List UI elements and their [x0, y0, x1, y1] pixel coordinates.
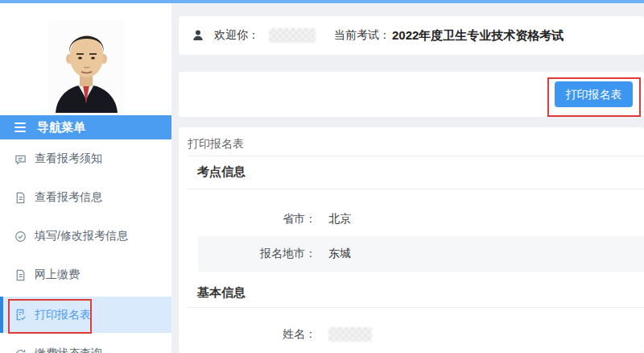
redacted-name-value: [328, 327, 372, 342]
hamburger-icon: [14, 123, 26, 132]
form-row-city: 报名地市： 东城: [198, 236, 644, 272]
sidebar-item-label: 打印报名表: [35, 308, 91, 322]
sidebar-item-label: 填写/修改报考信息: [35, 229, 128, 243]
field-value: 东城: [328, 247, 351, 261]
sidebar-item-label: 查看报考信息: [35, 190, 102, 205]
print-form-panel: 打印报名表 考点信息 省市： 北京 报名地市： 东城 基本信息 姓名：: [179, 127, 644, 353]
nav-menu-header: 导航菜单: [0, 115, 171, 139]
divider: [188, 156, 644, 156]
form-row-province: 省市： 北京: [198, 202, 644, 236]
field-value: 北京: [328, 212, 351, 226]
refresh-icon: [14, 348, 27, 353]
sidebar-item-exam-notice[interactable]: 查看报考须知: [0, 147, 171, 171]
selected-item-indicator-bar: [0, 297, 3, 333]
divider: [188, 307, 644, 308]
top-accent-strip: [0, 0, 644, 3]
print-form-button[interactable]: 打印报名表: [555, 81, 633, 107]
sidebar-item-online-payment[interactable]: 网上缴费: [0, 263, 171, 287]
document-icon: [14, 192, 27, 204]
section-title-exam-site: 考点信息: [197, 164, 246, 180]
form-row-name: 姓名：: [198, 318, 644, 351]
sidebar-item-label: 缴费状态查询: [35, 347, 102, 353]
main-content: 欢迎你： 当前考试： 2022年度卫生专业技术资格考试 打印报名表 打印报名表 …: [171, 3, 644, 353]
comment-icon: [14, 153, 27, 165]
welcome-label: 欢迎你：: [214, 28, 259, 43]
sidebar-item-fill-modify-info[interactable]: 填写/修改报考信息: [0, 224, 171, 248]
panel-title: 打印报名表: [188, 137, 244, 152]
sidebar-item-print-form[interactable]: 打印报名表: [0, 297, 171, 333]
redacted-user-name: [269, 28, 316, 43]
field-label: 省市：: [198, 212, 316, 226]
document-check-icon: [14, 309, 27, 321]
divider: [188, 189, 644, 189]
sidebar-item-label: 网上缴费: [35, 268, 80, 282]
action-bar: 打印报名表: [179, 72, 644, 117]
applicant-photo: [48, 20, 125, 113]
sidebar-item-exam-info[interactable]: 查看报考信息: [0, 185, 171, 210]
field-label: 姓名：: [198, 327, 316, 342]
sidebar-item-payment-status[interactable]: 缴费状态查询: [0, 342, 171, 353]
user-icon: [192, 29, 204, 42]
document-icon: [14, 269, 27, 281]
field-label: 报名地市：: [198, 247, 316, 261]
sidebar-item-label: 查看报考须知: [35, 152, 102, 166]
check-badge-icon: [14, 230, 27, 243]
welcome-bar: 欢迎你： 当前考试： 2022年度卫生专业技术资格考试: [179, 16, 644, 55]
current-exam-value: 2022年度卫生专业技术资格考试: [392, 28, 564, 44]
section-title-basic-info: 基本信息: [197, 285, 246, 301]
current-exam-label: 当前考试：: [334, 28, 390, 43]
nav-menu-title: 导航菜单: [37, 120, 85, 135]
sidebar: 导航菜单 查看报考须知 查看报考信息 填写/修改报考信息: [0, 3, 171, 353]
